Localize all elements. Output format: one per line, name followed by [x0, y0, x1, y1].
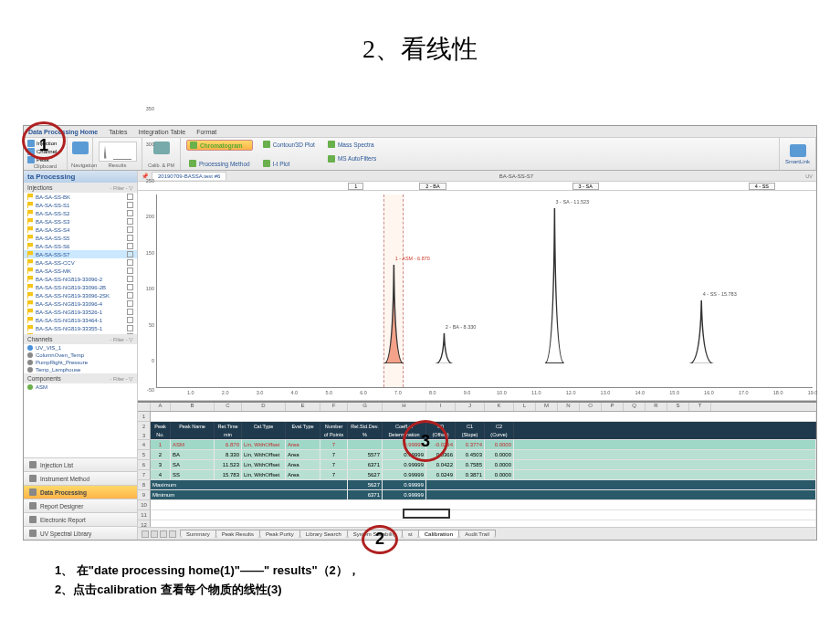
sheet-tab[interactable]: Summary: [180, 530, 216, 538]
channels-header[interactable]: Channels - Filter - ▽: [24, 334, 137, 344]
navigation-button[interactable]: [71, 140, 89, 156]
column-letter[interactable]: O: [580, 403, 602, 411]
table-row[interactable]: 74SS15.783Lin, WithOffsetArea756270.9999…: [138, 470, 816, 480]
pane-mass-spectra[interactable]: Mass Spectra: [325, 140, 840, 149]
table-row[interactable]: 8Maximum56270.99999: [138, 480, 816, 490]
peak-bar-label[interactable]: 3 - SA: [572, 183, 599, 190]
injection-item[interactable]: BA-SA-SS-NG819-33096-4: [24, 299, 137, 308]
table-row[interactable]: 9Minimum63710.99999: [138, 490, 816, 500]
column-letter[interactable]: M: [536, 403, 558, 411]
column-letter[interactable]: I: [426, 403, 456, 411]
column-letter[interactable]: E: [286, 403, 320, 411]
table-row[interactable]: 52BA8.330Lin, WithOffsetArea755770.99999…: [138, 450, 816, 460]
sheet-tab[interactable]: Audit Trail: [458, 530, 496, 538]
table-row[interactable]: 41ASM6.870Lin, WithOffsetArea70.99999-0.…: [138, 440, 816, 450]
chromatogram-peak[interactable]: 1 - ASM - 6.870: [384, 265, 404, 363]
tab-format[interactable]: Format: [196, 129, 216, 135]
table-row[interactable]: 11: [138, 510, 816, 520]
column-letter[interactable]: P: [602, 403, 624, 411]
injection-item[interactable]: BA-SA-SS-S2: [24, 209, 137, 217]
injection-item[interactable]: BA-SA-SS-NG819-33096-2: [24, 275, 137, 283]
pane-chromatogram[interactable]: Chromatogram: [186, 140, 253, 151]
injection-item[interactable]: BA-SA-SS-S6: [24, 242, 137, 250]
pane-contour[interactable]: Contour/3D Plot: [260, 140, 318, 149]
sheet-tab[interactable]: Calibration: [418, 530, 459, 538]
injection-item[interactable]: BA-SA-SS-BK: [24, 193, 137, 201]
injection-item[interactable]: BA-SA-SS-NG819-33096-2SK: [24, 291, 137, 299]
column-letter[interactable]: C: [215, 403, 242, 411]
injection-item[interactable]: BA-SA-SS-S7: [24, 250, 137, 258]
bottom-nav-item[interactable]: Injection List: [24, 457, 137, 471]
sheet-tab[interactable]: System Suitability: [347, 530, 403, 538]
instructions: 1、 在"date processing home(1)"——" results…: [55, 562, 360, 600]
injection-item[interactable]: BA-SA-SS-S1: [24, 201, 137, 209]
components-header[interactable]: Components - Filter - ▽: [24, 373, 137, 383]
smartlink-group[interactable]: SmartLink: [780, 138, 816, 170]
bottom-nav-item[interactable]: Electronic Report: [24, 512, 137, 526]
tab-tables[interactable]: Tables: [109, 129, 127, 135]
table-row[interactable]: 10: [138, 500, 816, 510]
injection-item[interactable]: BA-SA-SS-NG819-33096-2B: [24, 283, 137, 291]
sheet-tab[interactable]: st: [402, 530, 419, 538]
injection-item[interactable]: BA-SA-SS-NG819-33464-1: [24, 316, 137, 324]
bottom-nav-item[interactable]: Data Processing: [24, 485, 137, 499]
chromatogram-peak[interactable]: 4 - SS - 15.783: [689, 300, 713, 363]
column-letter[interactable]: K: [485, 403, 514, 411]
bottom-nav-item[interactable]: UV Spectral Library: [24, 526, 137, 540]
tab-data-processing-home[interactable]: Data Processing Home: [28, 129, 98, 135]
table-row[interactable]: 12: [138, 520, 816, 527]
column-letter[interactable]: J: [456, 403, 485, 411]
bottom-nav-item[interactable]: Instrument Method: [24, 471, 137, 485]
injection-item[interactable]: BA-SA-SS-NG819-33526-1: [24, 308, 137, 316]
peak-bar-label[interactable]: 1: [348, 183, 363, 190]
peak-bar-label[interactable]: 2 - BA: [419, 183, 446, 190]
injection-item[interactable]: BA-SA-SS-MK: [24, 267, 137, 275]
table-row[interactable]: 1: [138, 412, 816, 422]
chromatogram-peak[interactable]: 2 - BA - 8.330: [436, 333, 453, 363]
injection-item[interactable]: BA-SA-SS-NG819-33355-1: [24, 324, 137, 332]
channel-item[interactable]: UV_VIS_1: [24, 344, 137, 352]
column-letter[interactable]: B: [171, 403, 215, 411]
column-letter[interactable]: T: [689, 403, 711, 411]
column-letter[interactable]: Q: [624, 403, 646, 411]
clone-icon: [127, 300, 133, 307]
bottom-nav-item[interactable]: Report Designer: [24, 499, 137, 512]
injection-item[interactable]: BA-SA-SS-S3: [24, 217, 137, 226]
smartlink-icon: [790, 144, 806, 157]
sheet-tab[interactable]: Library Search: [299, 530, 348, 538]
column-letter[interactable]: N: [558, 403, 580, 411]
column-letter[interactable]: R: [646, 403, 667, 411]
pane-ms-autofilters[interactable]: MS AutoFilters: [325, 154, 840, 163]
clipboard-peak[interactable]: Peak: [27, 156, 63, 163]
column-letter[interactable]: G: [348, 403, 383, 411]
channel-item[interactable]: ColumnOven_Temp: [24, 352, 137, 359]
column-letter[interactable]: L: [514, 403, 536, 411]
component-item[interactable]: ASM: [24, 383, 137, 391]
sheet-nav-arrows[interactable]: [142, 530, 176, 538]
chromatogram-plot[interactable]: -50050100150200250300350 1 - ASM - 6.870…: [138, 191, 816, 401]
injection-item[interactable]: BA-SA-SS-S4: [24, 226, 137, 234]
clipboard-injection[interactable]: Injection: [27, 140, 63, 147]
pane-it-plot[interactable]: I-t Plot: [260, 159, 318, 168]
injections-header[interactable]: Injections - Filter - ▽: [24, 183, 137, 193]
table-row[interactable]: 63SA11.523Lin, WithOffsetArea763710.9999…: [138, 460, 816, 470]
peak-bar-label[interactable]: 4 - SS: [749, 183, 775, 190]
clone-icon: [127, 251, 133, 257]
column-letter[interactable]: A: [151, 403, 171, 411]
document-tab[interactable]: 20190709-BASSA.test #6: [152, 172, 226, 180]
chromatogram-peak[interactable]: 3 - SA - 11.523: [545, 208, 564, 363]
injection-item[interactable]: BA-SA-SS-S5: [24, 234, 137, 242]
sheet-body[interactable]: 123Peak No.Peak NameRet.Time minCal.Type…: [138, 412, 816, 527]
column-letter[interactable]: F: [320, 403, 348, 411]
channel-item[interactable]: Temp_Lamphouse: [24, 366, 137, 373]
sheet-tab[interactable]: Peak Results: [215, 530, 260, 538]
clone-icon: [127, 333, 133, 334]
column-letter[interactable]: S: [667, 403, 689, 411]
sheet-tab[interactable]: Peak Purity: [259, 530, 300, 538]
column-letter[interactable]: H: [383, 403, 426, 411]
column-letter[interactable]: D: [242, 403, 286, 411]
pane-processing-method[interactable]: Processing Method: [186, 159, 253, 168]
channel-item[interactable]: PumpRight_Pressure: [24, 359, 137, 366]
clipboard-channel[interactable]: Channel: [27, 148, 63, 155]
injection-item[interactable]: BA-SA-SS-CCV: [24, 258, 137, 267]
